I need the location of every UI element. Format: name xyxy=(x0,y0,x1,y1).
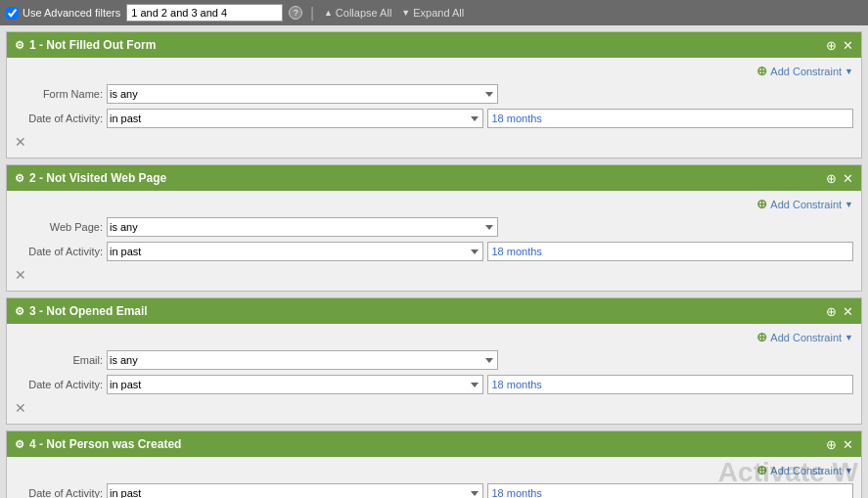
filter-header-3: ⚙ 3 - Not Opened Email ⊕ ✕ xyxy=(7,298,861,324)
collapse-all-button[interactable]: ▲ Collapse All xyxy=(322,7,393,19)
collapse-arrow-icon: ▲ xyxy=(324,8,333,18)
filter-2-select-1[interactable]: in past xyxy=(107,242,483,261)
filter-icon-3: ⚙ xyxy=(15,305,24,318)
help-icon[interactable]: ? xyxy=(289,6,302,20)
filter-remove-button-2[interactable]: ✕ xyxy=(843,172,853,185)
filter-title-1: 1 - Not Filled Out Form xyxy=(29,38,826,52)
advanced-filters-label: Use Advanced filters xyxy=(23,7,120,19)
plus-icon-3: ⊕ xyxy=(756,330,767,344)
filter-3-label-1: Date of Activity: xyxy=(15,379,103,390)
filter-1-row-1: Date of Activity: in past xyxy=(15,109,853,128)
filter-3-select-0[interactable]: is any xyxy=(107,350,498,370)
filter-remove-button-1[interactable]: ✕ xyxy=(843,39,853,52)
toolbar: Use Advanced filters ? | ▲ Collapse All … xyxy=(0,0,868,25)
filter-1-select-1[interactable]: in past xyxy=(107,109,483,128)
add-constraint-arrow-3: ▼ xyxy=(845,333,853,342)
filter-4-row-0: Date of Activity: in past xyxy=(15,483,853,498)
filter-settings-button-1[interactable]: ⊕ xyxy=(826,39,837,52)
plus-icon-4: ⊕ xyxy=(756,463,767,477)
filter-title-3: 3 - Not Opened Email xyxy=(29,304,826,318)
add-constraint-arrow-4: ▼ xyxy=(845,466,853,475)
filter-block-1: ⚙ 1 - Not Filled Out Form ⊕ ✕ ⊕ Add Cons… xyxy=(6,31,862,158)
plus-icon-2: ⊕ xyxy=(756,197,767,211)
filter-2-value-1[interactable] xyxy=(487,242,854,261)
filter-2-label-1: Date of Activity: xyxy=(15,246,103,257)
add-constraint-label-2: Add Constraint xyxy=(770,199,842,210)
filter-3-row-0: Email: is any xyxy=(15,350,853,370)
expand-all-label: Expand All xyxy=(413,7,464,19)
filter-2-row-0: Web Page: is any xyxy=(15,217,853,237)
filter-block-4: ⚙ 4 - Not Person was Created ⊕ ✕ ⊕ Add C… xyxy=(6,430,862,498)
add-constraint-label-4: Add Constraint xyxy=(770,465,842,476)
filter-body-2: ⊕ Add Constraint ▼ Web Page: is any Date… xyxy=(7,191,861,291)
expand-all-button[interactable]: ▼ Expand All xyxy=(399,7,466,19)
filter-actions-4: ⊕ ✕ xyxy=(826,438,853,451)
filter-block-3: ⚙ 3 - Not Opened Email ⊕ ✕ ⊕ Add Constra… xyxy=(6,297,862,425)
filter-remove-button-4[interactable]: ✕ xyxy=(843,438,853,451)
filters-container: ⚙ 1 - Not Filled Out Form ⊕ ✕ ⊕ Add Cons… xyxy=(0,25,868,498)
filter-expression-input[interactable] xyxy=(126,4,283,22)
filter-header-2: ⚙ 2 - Not Visited Web Page ⊕ ✕ xyxy=(7,165,861,191)
collapse-all-label: Collapse All xyxy=(336,7,391,19)
filter-4-select-0[interactable]: in past xyxy=(107,483,483,498)
filter-2-select-0[interactable]: is any xyxy=(107,217,498,237)
filter-icon-4: ⚙ xyxy=(15,438,24,451)
filter-icon-2: ⚙ xyxy=(15,172,24,185)
advanced-filters-toggle[interactable]: Use Advanced filters xyxy=(6,7,120,20)
filter-3-label-0: Email: xyxy=(15,354,103,366)
filter-body-1: ⊕ Add Constraint ▼ Form Name: is any Dat… xyxy=(7,58,861,158)
filter-settings-button-4[interactable]: ⊕ xyxy=(826,438,837,451)
filter-header-1: ⚙ 1 - Not Filled Out Form ⊕ ✕ xyxy=(7,32,861,58)
add-constraint-row-4: ⊕ Add Constraint ▼ xyxy=(15,463,853,477)
plus-icon-1: ⊕ xyxy=(756,64,767,78)
filter-4-value-0[interactable] xyxy=(487,483,854,498)
filter-3-value-1[interactable] xyxy=(487,375,854,394)
filter-2-remove-row[interactable]: ✕ xyxy=(15,268,26,282)
advanced-filters-checkbox[interactable] xyxy=(6,7,19,20)
filter-2-label-0: Web Page: xyxy=(15,221,103,233)
filter-2-row-1: Date of Activity: in past xyxy=(15,242,853,261)
toolbar-separator: | xyxy=(310,5,314,21)
filter-block-2: ⚙ 2 - Not Visited Web Page ⊕ ✕ ⊕ Add Con… xyxy=(6,164,862,292)
filter-settings-button-2[interactable]: ⊕ xyxy=(826,172,837,185)
add-constraint-button-1[interactable]: ⊕ Add Constraint ▼ xyxy=(756,64,853,78)
filter-body-4: ⊕ Add Constraint ▼ Date of Activity: in … xyxy=(7,457,861,498)
filter-1-select-0[interactable]: is any xyxy=(107,84,498,104)
add-constraint-row-2: ⊕ Add Constraint ▼ xyxy=(15,197,853,211)
filter-1-label-0: Form Name: xyxy=(15,88,103,100)
filter-remove-button-3[interactable]: ✕ xyxy=(843,305,853,318)
filter-4-label-0: Date of Activity: xyxy=(15,487,103,498)
filter-header-4: ⚙ 4 - Not Person was Created ⊕ ✕ xyxy=(7,431,861,457)
add-constraint-button-3[interactable]: ⊕ Add Constraint ▼ xyxy=(756,330,853,344)
add-constraint-label-1: Add Constraint xyxy=(770,66,842,77)
filter-settings-button-3[interactable]: ⊕ xyxy=(826,305,837,318)
filter-actions-1: ⊕ ✕ xyxy=(826,39,853,52)
add-constraint-label-3: Add Constraint xyxy=(770,332,842,343)
filter-3-remove-row[interactable]: ✕ xyxy=(15,401,26,415)
expand-arrow-icon: ▼ xyxy=(401,8,410,18)
filter-actions-3: ⊕ ✕ xyxy=(826,305,853,318)
filter-icon-1: ⚙ xyxy=(15,39,24,52)
filter-body-3: ⊕ Add Constraint ▼ Email: is any Date of… xyxy=(7,324,861,424)
add-constraint-arrow-2: ▼ xyxy=(845,200,853,209)
filter-actions-2: ⊕ ✕ xyxy=(826,172,853,185)
filter-1-value-1[interactable] xyxy=(487,109,854,128)
filter-title-2: 2 - Not Visited Web Page xyxy=(29,171,826,185)
add-constraint-button-2[interactable]: ⊕ Add Constraint ▼ xyxy=(756,197,853,211)
add-constraint-row-3: ⊕ Add Constraint ▼ xyxy=(15,330,853,344)
filter-1-label-1: Date of Activity: xyxy=(15,113,103,124)
filter-1-row-0: Form Name: is any xyxy=(15,84,853,104)
add-constraint-row-1: ⊕ Add Constraint ▼ xyxy=(15,64,853,78)
filter-3-select-1[interactable]: in past xyxy=(107,375,483,394)
filter-1-remove-row[interactable]: ✕ xyxy=(15,135,26,149)
add-constraint-button-4[interactable]: ⊕ Add Constraint ▼ xyxy=(756,463,853,477)
add-constraint-arrow-1: ▼ xyxy=(845,67,853,76)
filter-title-4: 4 - Not Person was Created xyxy=(29,437,826,451)
filter-3-row-1: Date of Activity: in past xyxy=(15,375,853,394)
